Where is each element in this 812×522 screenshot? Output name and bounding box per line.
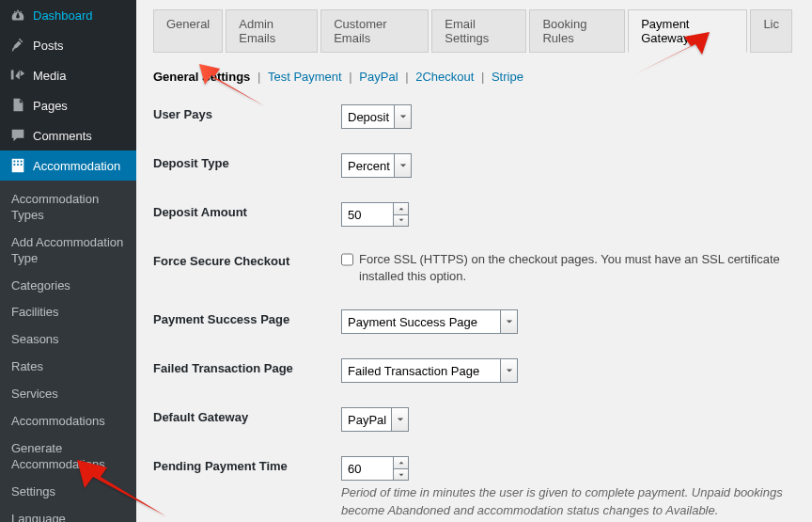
sidebar-submenu: Accommodation Types Add Accommodation Ty… bbox=[0, 181, 136, 522]
dashboard-icon bbox=[9, 7, 26, 24]
sub-tabs: General Settings | Test Payment | PayPal… bbox=[153, 70, 795, 84]
submenu-language[interactable]: Language bbox=[0, 506, 136, 522]
sidebar-item-pages[interactable]: Pages bbox=[0, 90, 136, 120]
sidebar-label: Dashboard bbox=[33, 8, 93, 23]
chevron-down-icon bbox=[394, 105, 411, 128]
chevron-down-icon bbox=[391, 408, 408, 431]
sidebar-label: Comments bbox=[33, 129, 92, 143]
tab-booking-rules[interactable]: Booking Rules bbox=[529, 9, 625, 53]
submenu-generate-accommodations[interactable]: Generate Accommodations bbox=[0, 435, 136, 479]
submenu-categories[interactable]: Categories bbox=[0, 273, 136, 300]
main-content: General Admin Emails Customer Emails Ema… bbox=[136, 0, 812, 522]
chevron-up-icon[interactable] bbox=[394, 457, 408, 469]
main-tabs: General Admin Emails Customer Emails Ema… bbox=[153, 9, 795, 53]
checkbox-force-ssl[interactable] bbox=[341, 253, 353, 266]
submenu-services[interactable]: Services bbox=[0, 381, 136, 408]
subtab-2checkout[interactable]: 2Checkout bbox=[415, 70, 474, 84]
label-default-gateway: Default Gateway bbox=[153, 407, 341, 424]
pin-icon bbox=[9, 37, 26, 54]
sidebar-label: Accommodation bbox=[33, 159, 120, 173]
input-deposit-amount[interactable] bbox=[341, 202, 409, 227]
admin-sidebar: Dashboard Posts Media Pages Comments Acc… bbox=[0, 0, 136, 522]
submenu-facilities[interactable]: Facilities bbox=[0, 299, 136, 326]
label-force-ssl: Force Secure Checkout bbox=[153, 251, 341, 268]
tab-general[interactable]: General bbox=[153, 9, 223, 53]
sidebar-label: Media bbox=[33, 69, 66, 83]
pages-icon bbox=[9, 97, 26, 114]
subtab-test-payment[interactable]: Test Payment bbox=[268, 70, 342, 84]
label-success-page: Payment Success Page bbox=[153, 309, 341, 326]
chevron-down-icon[interactable] bbox=[394, 469, 408, 481]
label-pending-time: Pending Payment Time bbox=[153, 456, 341, 473]
sidebar-item-posts[interactable]: Posts bbox=[0, 30, 136, 60]
sidebar-item-media[interactable]: Media bbox=[0, 60, 136, 90]
submenu-seasons[interactable]: Seasons bbox=[0, 326, 136, 354]
sidebar-item-accommodation[interactable]: Accommodation bbox=[0, 150, 136, 181]
tab-admin-emails[interactable]: Admin Emails bbox=[226, 9, 318, 53]
chevron-down-icon[interactable] bbox=[394, 215, 408, 227]
submenu-rates[interactable]: Rates bbox=[0, 354, 136, 381]
chevron-up-icon[interactable] bbox=[394, 203, 408, 215]
tab-license[interactable]: Lic bbox=[750, 9, 792, 53]
submenu-settings[interactable]: Settings bbox=[0, 479, 136, 506]
select-failed-page[interactable]: Failed Transaction Page bbox=[341, 358, 518, 383]
help-pending-time: Period of time in minutes the user is gi… bbox=[341, 484, 795, 518]
svg-rect-5 bbox=[17, 164, 19, 166]
comment-icon bbox=[9, 127, 26, 144]
svg-rect-1 bbox=[14, 161, 16, 163]
sidebar-label: Pages bbox=[33, 99, 68, 113]
svg-rect-6 bbox=[21, 164, 23, 166]
checkbox-label-force-ssl: Force SSL (HTTPS) on the checkout pages.… bbox=[359, 251, 795, 285]
submenu-accommodations[interactable]: Accommodations bbox=[0, 408, 136, 435]
select-deposit-type[interactable]: Percent bbox=[341, 153, 412, 178]
sidebar-item-dashboard[interactable]: Dashboard bbox=[0, 0, 136, 30]
label-deposit-amount: Deposit Amount bbox=[153, 202, 341, 219]
input-pending-time[interactable] bbox=[341, 456, 409, 481]
svg-rect-3 bbox=[21, 161, 23, 163]
submenu-add-accommodation-type[interactable]: Add Accommodation Type bbox=[0, 229, 136, 273]
svg-rect-2 bbox=[17, 161, 19, 163]
media-icon bbox=[9, 67, 26, 84]
svg-rect-4 bbox=[14, 164, 16, 166]
subtab-general-settings[interactable]: General Settings bbox=[153, 70, 250, 84]
tab-email-settings[interactable]: Email Settings bbox=[431, 9, 526, 53]
building-icon bbox=[9, 157, 26, 174]
tab-customer-emails[interactable]: Customer Emails bbox=[320, 9, 429, 53]
label-user-pays: User Pays bbox=[153, 104, 341, 121]
subtab-stripe[interactable]: Stripe bbox=[492, 70, 523, 84]
tab-payment-gateways[interactable]: Payment Gateways bbox=[628, 9, 747, 53]
submenu-accommodation-types[interactable]: Accommodation Types bbox=[0, 186, 136, 229]
select-default-gateway[interactable]: PayPal bbox=[341, 407, 409, 432]
sidebar-item-comments[interactable]: Comments bbox=[0, 120, 136, 150]
select-user-pays[interactable]: Deposit bbox=[341, 104, 412, 129]
label-deposit-type: Deposit Type bbox=[153, 153, 341, 170]
chevron-down-icon bbox=[394, 154, 411, 177]
select-success-page[interactable]: Payment Success Page bbox=[341, 309, 518, 334]
sidebar-label: Posts bbox=[33, 39, 64, 53]
label-failed-page: Failed Transaction Page bbox=[153, 358, 341, 375]
chevron-down-icon bbox=[500, 310, 517, 333]
subtab-paypal[interactable]: PayPal bbox=[359, 70, 398, 84]
chevron-down-icon bbox=[500, 359, 517, 382]
